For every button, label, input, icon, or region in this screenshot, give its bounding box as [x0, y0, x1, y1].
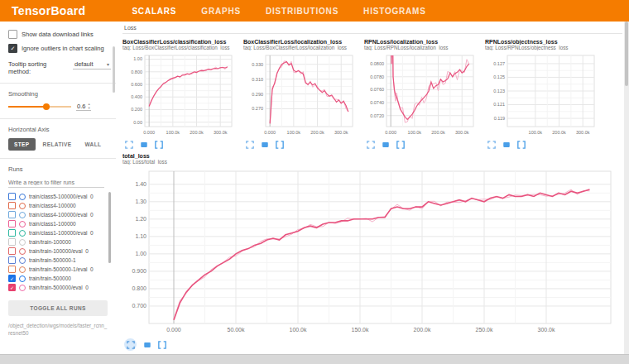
chart-canvas[interactable]: 0.000.2000.4000.6000.8001.000.000100.0k2…	[122, 52, 236, 138]
chart-tag: tag: Loss/BoxClassifierLoss/localization…	[243, 45, 357, 50]
run-checkbox[interactable]	[8, 247, 16, 255]
svg-text:100.0k: 100.0k	[287, 130, 301, 135]
chart-canvas[interactable]: 0.07200.07400.07600.07800.08000.000100.0…	[364, 52, 478, 138]
runs-list-scrollbar[interactable]	[108, 192, 111, 263]
svg-text:0.400: 0.400	[131, 94, 142, 99]
run-checkbox[interactable]	[8, 202, 16, 209]
axis-relative-button[interactable]: RELATIVE	[37, 138, 78, 151]
run-color-icon[interactable]	[19, 203, 26, 209]
run-label: train/class1-100000	[29, 221, 76, 227]
log-directory-path: /object_detection/wgs/models/faster_rcnn…	[8, 323, 108, 338]
run-row[interactable]: train/class1-100000	[8, 219, 111, 228]
svg-text:0.000: 0.000	[385, 130, 396, 135]
svg-text:200.0k: 200.0k	[413, 327, 431, 333]
main-scrollbar[interactable]	[624, 22, 629, 354]
run-color-icon[interactable]	[19, 266, 26, 273]
expand-chart-icon[interactable]	[124, 140, 133, 149]
run-color-icon[interactable]	[19, 230, 26, 237]
smoothing-slider[interactable]	[8, 103, 71, 111]
chart-title: BoxClassifierLoss/localization_loss	[243, 39, 357, 45]
run-color-icon[interactable]	[19, 257, 26, 264]
toggle-size-icon[interactable]	[381, 140, 390, 149]
run-checkbox[interactable]	[8, 275, 16, 282]
tab-graphs[interactable]: GRAPHS	[201, 7, 241, 16]
run-checkbox[interactable]	[8, 211, 16, 218]
expand-chart-icon[interactable]	[366, 140, 375, 149]
page-background	[0, 354, 629, 364]
tab-scalars[interactable]: SCALARS	[132, 7, 176, 16]
loss-group-header[interactable]: Loss	[122, 24, 622, 34]
toggle-size-icon[interactable]	[139, 140, 148, 149]
ignore-outliers-row[interactable]: Ignore outliers in chart scaling	[8, 44, 111, 53]
tab-distributions[interactable]: DISTRIBUTIONS	[266, 7, 339, 16]
run-checkbox[interactable]	[8, 266, 16, 273]
show-download-links-label: Show data download links	[22, 31, 94, 38]
scrollbar-thumb[interactable]	[625, 22, 628, 86]
chart-canvas[interactable]: 0.7000.8000.9001.001.101.201.301.400.000…	[122, 166, 619, 337]
run-checkbox[interactable]	[8, 193, 16, 200]
run-label: train/class4-100000/eval_0	[29, 212, 94, 218]
expand-chart-icon[interactable]	[487, 140, 496, 149]
fit-domain-icon[interactable]	[157, 340, 166, 349]
tooltip-sorting-select[interactable]: default ▾	[73, 60, 111, 69]
run-row[interactable]: train/train-500000/eval_0	[8, 283, 111, 292]
fit-domain-icon[interactable]	[396, 140, 405, 149]
svg-text:0.800: 0.800	[131, 69, 142, 74]
run-row[interactable]: train/train-500000	[8, 274, 111, 283]
slider-thumb[interactable]	[43, 103, 50, 110]
toggle-all-runs-button[interactable]: TOGGLE ALL RUNS	[8, 300, 108, 316]
fit-domain-icon[interactable]	[275, 140, 284, 149]
axis-wall-button[interactable]: WALL	[79, 138, 107, 151]
run-checkbox[interactable]	[8, 238, 16, 246]
smoothing-value-input[interactable]: 0.6 ▴▾	[76, 103, 91, 111]
run-color-icon[interactable]	[19, 248, 26, 255]
run-color-icon[interactable]	[19, 239, 26, 246]
run-row[interactable]: train/class4-100000	[8, 201, 111, 210]
tab-histograms[interactable]: HISTOGRAMS	[363, 7, 426, 16]
toggle-size-icon[interactable]	[260, 140, 269, 149]
run-color-icon[interactable]	[19, 194, 26, 200]
run-row[interactable]: train/class1-100000/eval_0	[8, 228, 111, 237]
run-checkbox[interactable]	[8, 220, 16, 228]
svg-text:0.270: 0.270	[252, 106, 263, 111]
run-color-icon[interactable]	[19, 221, 26, 228]
runs-filter-input[interactable]	[8, 178, 104, 188]
run-color-icon[interactable]	[19, 212, 26, 218]
toggle-size-icon[interactable]	[142, 340, 151, 349]
chart-canvas[interactable]: 0.2700.2900.3100.3300.000100.0k200.0k300…	[243, 52, 357, 138]
run-row[interactable]: train/train-100000	[8, 237, 111, 247]
run-color-icon[interactable]	[19, 285, 26, 291]
run-checkbox[interactable]	[8, 256, 16, 264]
svg-text:1.30: 1.30	[135, 199, 146, 204]
svg-text:0.0720: 0.0720	[370, 113, 384, 118]
run-label: train/class5-100000/eval_0	[29, 194, 94, 199]
show-download-links-row[interactable]: Show data download links	[8, 30, 111, 39]
axis-step-button[interactable]: STEP	[8, 138, 36, 151]
show-download-links-checkbox[interactable]	[8, 30, 17, 39]
chart-canvas[interactable]: 0.1190.1210.1230.1250.127100.0k200.0k300…	[485, 52, 598, 138]
chart-toolbar	[485, 140, 598, 149]
toggle-size-icon[interactable]	[502, 140, 511, 149]
expand-chart-icon[interactable]	[124, 338, 137, 351]
smoothing-value: 0.6	[77, 103, 85, 110]
run-row[interactable]: train/train-500000-1/eval_0	[8, 265, 111, 274]
run-row[interactable]: train/class4-100000/eval_0	[8, 210, 111, 219]
run-color-icon[interactable]	[19, 275, 26, 282]
run-checkbox[interactable]	[8, 284, 16, 291]
chevron-down-icon: ▾	[107, 61, 109, 67]
sidebar-scrollbar[interactable]	[113, 46, 115, 93]
ignore-outliers-label: Ignore outliers in chart scaling	[22, 45, 104, 52]
svg-text:0.600: 0.600	[131, 82, 142, 87]
svg-text:0.800: 0.800	[132, 285, 146, 291]
run-row[interactable]: train/train-500000-1	[8, 256, 111, 265]
chart-toolbar	[243, 140, 357, 149]
number-spinner-icon[interactable]: ▴▾	[88, 103, 89, 110]
horizontal-axis-label: Horizontal Axis	[8, 126, 111, 133]
ignore-outliers-checkbox[interactable]	[8, 44, 17, 53]
fit-domain-icon[interactable]	[154, 140, 163, 149]
run-checkbox[interactable]	[8, 229, 16, 237]
expand-chart-icon[interactable]	[245, 140, 254, 149]
fit-domain-icon[interactable]	[516, 140, 526, 149]
run-row[interactable]: train/train-100000/eval_0	[8, 247, 111, 256]
run-row[interactable]: train/class5-100000/eval_0	[8, 192, 111, 201]
